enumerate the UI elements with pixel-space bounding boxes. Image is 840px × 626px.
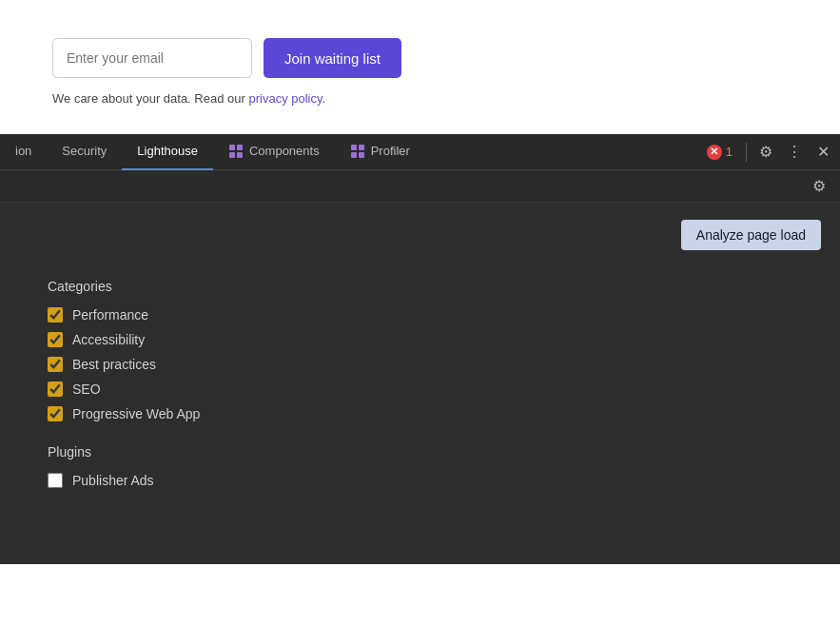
svg-rect-2 [229, 152, 235, 158]
plugin-publisher-ads: Publisher Ads [48, 473, 811, 488]
divider [746, 143, 747, 162]
privacy-notice: We care about your data. Read our privac… [52, 91, 788, 106]
tab-security[interactable]: Security [47, 134, 122, 170]
error-count: 1 [726, 145, 733, 159]
error-badge[interactable]: ✕ 1 [699, 143, 740, 162]
error-icon: ✕ [707, 145, 722, 160]
privacy-period: . [322, 91, 326, 106]
best-practices-checkbox[interactable] [48, 357, 63, 372]
devtools-right-controls: ✕ 1 ⚙ ⋮ ✕ [699, 139, 840, 166]
svg-rect-1 [237, 145, 243, 150]
category-performance: Performance [48, 307, 811, 323]
email-row: Join waiting list [52, 38, 788, 78]
tab-lighthouse-label: Lighthouse [137, 144, 198, 158]
publisher-ads-checkbox[interactable] [48, 473, 63, 488]
join-waiting-list-button[interactable]: Join waiting list [264, 38, 401, 78]
analyze-page-load-button[interactable]: Analyze page load [681, 220, 821, 250]
accessibility-label: Accessibility [72, 332, 145, 347]
seo-checkbox[interactable] [48, 381, 63, 397]
plugins-section: Plugins Publisher Ads [48, 444, 811, 488]
best-practices-label: Best practices [72, 357, 156, 372]
tab-profiler[interactable]: Profiler [335, 134, 425, 170]
svg-rect-7 [359, 152, 364, 158]
tab-ion-label: ion [15, 144, 31, 158]
accessibility-checkbox[interactable] [48, 332, 63, 347]
svg-rect-4 [351, 145, 357, 150]
lighthouse-panel: Analyze page load Categories Performance… [0, 203, 840, 564]
performance-label: Performance [72, 307, 148, 323]
close-button[interactable]: ✕ [810, 139, 836, 166]
svg-rect-3 [237, 152, 243, 158]
email-input[interactable] [52, 38, 252, 78]
top-section: Join waiting list We care about your dat… [0, 0, 840, 134]
plugins-title: Plugins [48, 444, 811, 460]
svg-rect-0 [229, 145, 235, 150]
devtools-tabbar: ion Security Lighthouse Components Profi [0, 134, 840, 170]
seo-label: SEO [72, 381, 101, 397]
performance-checkbox[interactable] [48, 307, 63, 323]
profiler-icon [350, 144, 365, 159]
publisher-ads-label: Publisher Ads [72, 473, 154, 488]
tab-profiler-label: Profiler [371, 144, 410, 158]
more-button[interactable]: ⋮ [781, 139, 808, 166]
category-seo: SEO [48, 381, 811, 397]
category-best-practices: Best practices [48, 357, 811, 372]
category-accessibility: Accessibility [48, 332, 811, 347]
tab-components-label: Components [249, 144, 320, 158]
pwa-label: Progressive Web App [72, 406, 200, 421]
devtools-toolbar2: ⚙ [0, 170, 840, 203]
category-pwa: Progressive Web App [48, 406, 811, 421]
privacy-policy-link[interactable]: privacy policy [248, 91, 322, 106]
pwa-checkbox[interactable] [48, 406, 63, 421]
privacy-text-before: We care about your data. Read our [52, 91, 245, 106]
settings2-button[interactable]: ⚙ [806, 173, 832, 200]
tab-security-label: Security [62, 144, 107, 158]
tab-ion[interactable]: ion [0, 134, 47, 170]
tab-components[interactable]: Components [213, 134, 335, 170]
components-icon [228, 144, 244, 159]
svg-rect-5 [359, 145, 364, 150]
tab-lighthouse[interactable]: Lighthouse [122, 134, 213, 170]
categories-section: Categories Performance Accessibility Bes… [48, 279, 811, 421]
svg-rect-6 [351, 152, 357, 158]
settings-button[interactable]: ⚙ [752, 139, 779, 166]
categories-title: Categories [48, 279, 811, 294]
